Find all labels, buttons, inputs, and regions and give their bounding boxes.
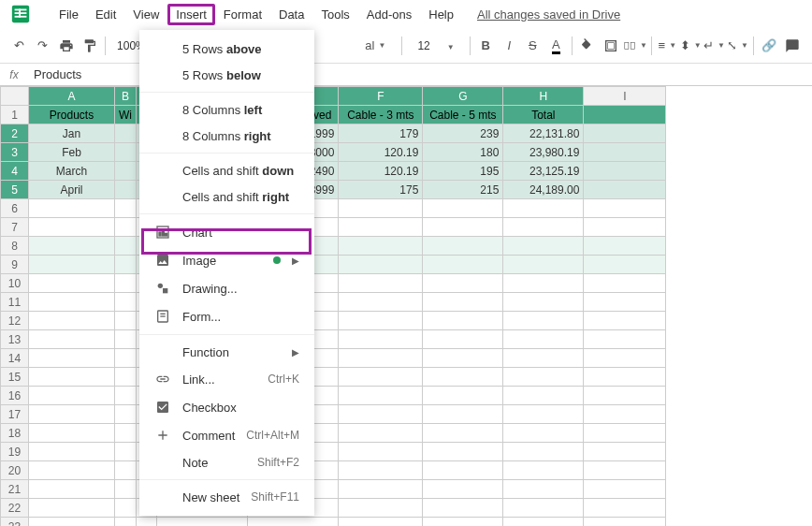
row-header[interactable]: 3 xyxy=(1,143,29,162)
row-header[interactable]: 19 xyxy=(1,443,29,461)
col-header[interactable]: I xyxy=(584,87,666,106)
row-header[interactable]: 18 xyxy=(1,424,29,443)
cell[interactable]: 195 xyxy=(423,162,503,181)
menu-data[interactable]: Data xyxy=(270,4,312,25)
cell[interactable]: Cable - 3 mts xyxy=(339,106,423,124)
row-header[interactable]: 8 xyxy=(1,237,29,256)
row-header[interactable]: 9 xyxy=(1,256,29,274)
col-header[interactable]: B xyxy=(115,87,137,106)
cell[interactable]: 120.19 xyxy=(339,143,423,162)
insert-checkbox[interactable]: Checkbox xyxy=(139,393,314,421)
merge-cells-icon[interactable]: ▼ xyxy=(623,34,647,58)
col-header[interactable]: H xyxy=(503,87,584,106)
cell[interactable]: 179 xyxy=(339,124,423,143)
row-header[interactable]: 15 xyxy=(1,368,29,387)
wrap-icon[interactable]: ↵▼ xyxy=(703,34,726,58)
cell[interactable] xyxy=(584,143,666,162)
menu-help[interactable]: Help xyxy=(420,4,462,25)
row-header[interactable]: 21 xyxy=(1,480,29,499)
redo-icon[interactable]: ↷ xyxy=(31,34,54,58)
insert-form[interactable]: Form... xyxy=(139,302,314,330)
insert-new-sheet[interactable]: New sheet Shift+F11 xyxy=(139,484,314,510)
cell[interactable] xyxy=(584,162,666,181)
cell[interactable]: 215 xyxy=(423,181,503,199)
insert-comment[interactable]: Comment Ctrl+Alt+M xyxy=(139,421,314,449)
insert-function[interactable]: Function ▶ xyxy=(139,339,314,365)
menu-format[interactable]: Format xyxy=(215,4,270,25)
row-header[interactable]: 17 xyxy=(1,405,29,424)
row-header[interactable]: 10 xyxy=(1,274,29,293)
row-header[interactable]: 12 xyxy=(1,312,29,330)
cell[interactable]: March xyxy=(29,162,115,181)
font-family-select[interactable]: al▼ xyxy=(353,34,398,58)
cell[interactable] xyxy=(115,181,137,199)
row-header[interactable]: 20 xyxy=(1,461,29,480)
insert-cols-right[interactable]: 8 Columns right xyxy=(139,123,314,149)
insert-cols-left[interactable]: 8 Columns left xyxy=(139,96,314,123)
font-size-select[interactable]: 12▼ xyxy=(406,39,465,52)
cell[interactable]: 24,189.00 xyxy=(503,181,584,199)
row-header[interactable]: 23 xyxy=(1,518,29,527)
fill-color-icon[interactable] xyxy=(576,34,600,58)
cell[interactable]: 23,125.19 xyxy=(503,162,584,181)
bold-icon[interactable]: B xyxy=(474,34,498,58)
cell[interactable] xyxy=(584,124,666,143)
link-icon[interactable]: 🔗 xyxy=(758,34,781,58)
paint-format-icon[interactable] xyxy=(78,34,101,58)
row-header[interactable]: 16 xyxy=(1,387,29,405)
insert-drawing[interactable]: Drawing... xyxy=(139,274,314,302)
cell[interactable] xyxy=(115,162,137,181)
cell[interactable] xyxy=(115,124,137,143)
cell[interactable]: Total xyxy=(503,106,584,124)
row-header[interactable]: 6 xyxy=(1,199,29,218)
insert-rows-below[interactable]: 5 Rows below xyxy=(139,62,314,88)
col-header[interactable]: F xyxy=(339,87,423,106)
menu-addons[interactable]: Add-ons xyxy=(358,4,420,25)
cell[interactable]: Feb xyxy=(29,143,115,162)
insert-cells-right[interactable]: Cells and shift right xyxy=(139,183,314,210)
row-header[interactable]: 7 xyxy=(1,218,29,237)
rotate-icon[interactable]: ⤡▼ xyxy=(726,34,749,58)
select-all-corner[interactable] xyxy=(1,87,29,106)
insert-note[interactable]: Note Shift+F2 xyxy=(139,449,314,475)
comment-icon[interactable] xyxy=(781,34,805,58)
row-header[interactable]: 5 xyxy=(1,181,29,199)
menu-edit[interactable]: Edit xyxy=(87,4,124,25)
row-header[interactable]: 22 xyxy=(1,499,29,518)
cell[interactable]: 120.19 xyxy=(339,162,423,181)
borders-icon[interactable] xyxy=(600,34,623,58)
cell[interactable]: 239 xyxy=(423,124,503,143)
menu-insert[interactable]: Insert xyxy=(167,4,215,25)
menu-file[interactable]: File xyxy=(51,4,87,25)
strikethrough-icon[interactable]: S xyxy=(521,34,544,58)
cell[interactable]: 180 xyxy=(423,143,503,162)
cell[interactable]: 23,980.19 xyxy=(503,143,584,162)
col-header[interactable]: G xyxy=(423,87,503,106)
v-align-icon[interactable]: ⬍▼ xyxy=(679,34,703,58)
cell[interactable]: Products xyxy=(29,106,115,124)
row-header[interactable]: 2 xyxy=(1,124,29,143)
cell[interactable] xyxy=(584,181,666,199)
save-status[interactable]: All changes saved in Drive xyxy=(477,7,620,22)
cell[interactable]: 175 xyxy=(339,181,423,199)
row-header[interactable]: 14 xyxy=(1,349,29,368)
menu-view[interactable]: View xyxy=(124,4,167,25)
text-color-icon[interactable]: A xyxy=(544,34,568,58)
cell[interactable]: Cable - 5 mts xyxy=(423,106,503,124)
menu-tools[interactable]: Tools xyxy=(312,4,357,25)
col-header[interactable]: A xyxy=(29,87,115,106)
undo-icon[interactable]: ↶ xyxy=(7,34,31,58)
insert-link[interactable]: Link... Ctrl+K xyxy=(139,365,314,393)
row-header[interactable]: 13 xyxy=(1,330,29,349)
insert-rows-above[interactable]: 5 Rows above xyxy=(139,36,314,62)
cell[interactable]: Jan xyxy=(29,124,115,143)
cell[interactable] xyxy=(584,106,666,124)
row-header[interactable]: 1 xyxy=(1,106,29,124)
row-header[interactable]: 11 xyxy=(1,293,29,312)
italic-icon[interactable]: I xyxy=(498,34,521,58)
row-header[interactable]: 4 xyxy=(1,162,29,181)
cell[interactable]: 22,131.80 xyxy=(503,124,584,143)
insert-cells-down[interactable]: Cells and shift down xyxy=(139,157,314,183)
print-icon[interactable] xyxy=(54,34,78,58)
insert-chart[interactable]: Chart xyxy=(139,218,314,246)
